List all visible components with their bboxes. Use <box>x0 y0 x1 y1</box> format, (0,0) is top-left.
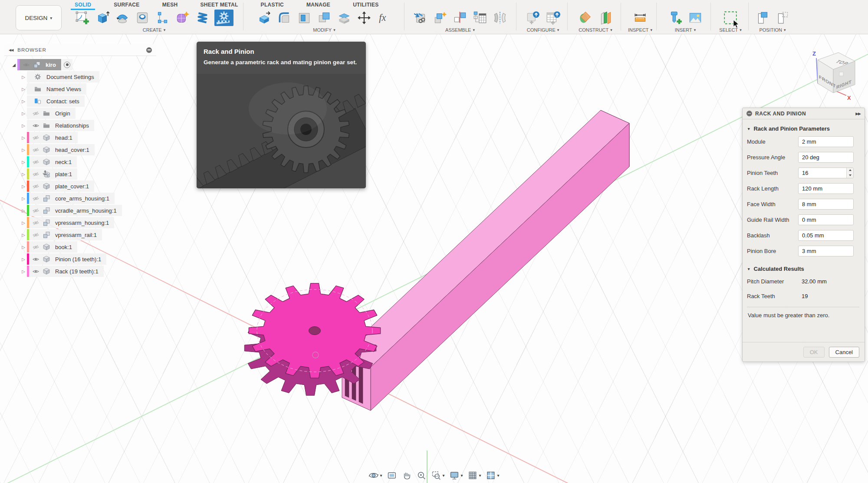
display-settings-icon[interactable] <box>449 470 463 480</box>
parameter-input[interactable]: 20 deg <box>798 152 854 163</box>
cancel-button[interactable]: Cancel <box>829 347 859 358</box>
expand-arrow-icon[interactable]: ▷ <box>20 233 27 237</box>
view-cube[interactable]: TOP FRONT RIGHT Z X <box>803 47 868 103</box>
ribbon-tab[interactable]: SOLID <box>75 2 91 8</box>
coil-icon[interactable] <box>194 10 210 26</box>
parameter-input[interactable]: 16 <box>798 168 854 178</box>
dock-panel-icon[interactable]: ▶▶ <box>855 112 861 116</box>
expand-arrow-icon[interactable]: ▷ <box>20 245 27 250</box>
visibility-eye-icon[interactable] <box>31 172 40 177</box>
ribbon-tab[interactable]: MANAGE <box>306 2 330 8</box>
visibility-eye-icon[interactable] <box>22 62 30 67</box>
expand-arrow-icon[interactable]: ▷ <box>20 184 27 189</box>
dialog-header[interactable]: RACK AND PINION ▶▶ <box>743 108 865 119</box>
expand-arrow-icon[interactable]: ▷ <box>20 220 27 225</box>
tree-item-root[interactable]: ◢ kiro <box>4 59 156 71</box>
configure-menu[interactable]: CONFIGURE <box>527 27 559 33</box>
construction-plane-icon[interactable] <box>598 10 613 26</box>
press-pull-icon[interactable] <box>256 10 272 26</box>
expand-arrow-icon[interactable]: ▷ <box>20 269 27 274</box>
visibility-eye-icon[interactable] <box>31 245 40 250</box>
tree-item[interactable]: ▷ <box>4 119 156 131</box>
capture-position-icon[interactable] <box>755 10 770 26</box>
expand-arrow-icon[interactable]: ▷ <box>20 135 27 140</box>
parameter-input[interactable]: 0.05 mm <box>798 230 854 241</box>
change-parameters-icon[interactable]: fx <box>376 10 392 26</box>
offset-plane-icon[interactable] <box>578 10 593 26</box>
look-at-icon[interactable] <box>387 470 397 480</box>
expand-arrow-icon[interactable]: ▷ <box>20 196 27 201</box>
ribbon-tab[interactable]: PLASTIC <box>261 2 284 8</box>
mirror-icon[interactable] <box>492 10 508 26</box>
parameter-input[interactable]: 2 mm <box>798 136 854 147</box>
offset-face-icon[interactable] <box>336 10 352 26</box>
ribbon-tab[interactable]: SURFACE <box>114 2 139 8</box>
expand-arrow-icon[interactable]: ▷ <box>20 172 27 177</box>
activate-component-radio[interactable] <box>62 59 72 70</box>
parameter-input[interactable]: 120 mm <box>798 183 854 194</box>
dialog-collapse-icon[interactable] <box>746 111 752 116</box>
canvas-icon[interactable] <box>687 10 703 26</box>
visibility-eye-icon[interactable] <box>31 233 40 237</box>
parameters-section-header[interactable]: Rack and Pinion Parameters <box>747 125 859 132</box>
expand-arrow-icon[interactable]: ▷ <box>20 111 27 116</box>
zoom-icon[interactable] <box>416 470 426 480</box>
combine-icon[interactable] <box>316 10 332 26</box>
orbit-icon[interactable] <box>368 470 382 480</box>
parameter-input[interactable]: 0 mm <box>798 214 854 225</box>
create-form-icon[interactable] <box>174 10 190 26</box>
tree-item[interactable]: ▷ <box>4 265 156 277</box>
tree-item[interactable]: ▷ <box>4 253 156 265</box>
collapse-all-icon[interactable] <box>146 47 152 53</box>
hole-icon[interactable] <box>135 10 150 26</box>
modify-menu[interactable]: MODIFY <box>313 27 335 33</box>
construct-menu[interactable]: CONSTRUCT <box>579 27 612 33</box>
grid-settings-icon[interactable] <box>468 470 481 480</box>
viewports-icon[interactable] <box>486 470 500 480</box>
move-copy-icon[interactable] <box>356 10 372 26</box>
visibility-eye-icon[interactable] <box>31 135 40 140</box>
rack-and-pinion-icon-active[interactable] <box>214 10 233 26</box>
create-sketch-icon[interactable] <box>75 10 90 26</box>
parameter-input[interactable]: 3 mm <box>798 246 854 256</box>
new-component-icon[interactable] <box>432 10 448 26</box>
tree-item[interactable]: ▷ <box>4 71 156 83</box>
visibility-eye-icon[interactable] <box>31 269 40 274</box>
measure-icon[interactable] <box>632 10 648 26</box>
revolve-icon[interactable] <box>115 10 130 26</box>
workspace-switcher[interactable]: DESIGN <box>16 5 62 30</box>
visibility-eye-icon[interactable] <box>31 208 40 213</box>
extrude-icon[interactable] <box>95 10 110 26</box>
insert-fastener-icon[interactable] <box>667 10 683 26</box>
shell-icon[interactable] <box>296 10 312 26</box>
insert-menu[interactable]: INSERT <box>675 27 696 33</box>
expand-arrow-icon[interactable]: ▷ <box>20 148 27 152</box>
configuration-table-icon[interactable] <box>545 10 561 26</box>
rack-body[interactable] <box>342 110 629 411</box>
tree-item[interactable]: ▷ <box>4 131 156 144</box>
zoom-window-icon[interactable] <box>431 470 444 480</box>
position-menu[interactable]: POSITION <box>759 27 786 33</box>
expand-arrow-icon[interactable]: ▷ <box>20 123 27 128</box>
tree-item[interactable]: ▷ <box>4 192 156 204</box>
results-section-header[interactable]: Calculated Results <box>747 266 859 272</box>
expand-arrow-icon[interactable]: ▷ <box>20 99 27 104</box>
expand-arrow-icon[interactable]: ▷ <box>20 208 27 213</box>
tree-item[interactable]: ▷ <box>4 168 156 180</box>
visibility-eye-icon[interactable] <box>31 111 40 116</box>
expand-arrow-icon[interactable]: ▷ <box>20 87 27 92</box>
collapse-browser-icon[interactable]: ◀◀ <box>9 48 13 52</box>
tree-item[interactable]: ▷ <box>4 156 156 168</box>
fillet-icon[interactable] <box>276 10 292 26</box>
revert-position-icon[interactable] <box>775 10 790 26</box>
visibility-eye-icon[interactable] <box>31 220 40 225</box>
insert-derive-icon[interactable] <box>412 10 428 26</box>
tree-item[interactable]: ▷ <box>4 229 156 241</box>
tree-item[interactable]: ▷ <box>4 180 156 192</box>
pattern-icon[interactable] <box>155 10 170 26</box>
spinner-buttons[interactable] <box>846 168 853 178</box>
tree-item[interactable]: ▷ <box>4 241 156 253</box>
visibility-eye-icon[interactable] <box>31 184 40 189</box>
joint-icon[interactable] <box>452 10 468 26</box>
ribbon-tab[interactable]: UTILITIES <box>353 2 378 8</box>
